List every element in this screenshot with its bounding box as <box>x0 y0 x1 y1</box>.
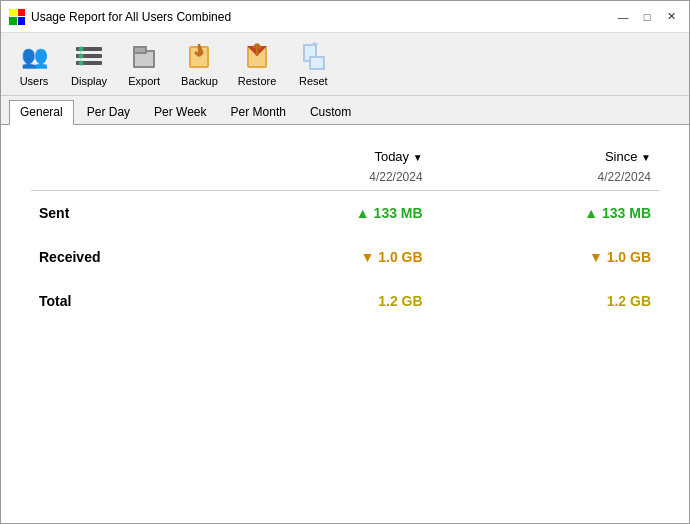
toolbar-export[interactable]: Export <box>119 37 169 91</box>
total-since-amount: 1.2 GB <box>607 293 651 309</box>
received-since-value: ▼ 1.0 GB <box>431 235 659 279</box>
sent-since-value: ▲ 133 MB <box>431 191 659 236</box>
svg-rect-9 <box>135 48 145 52</box>
toolbar-reset[interactable]: Reset <box>288 37 338 91</box>
sent-today-arrow-up: ▲ 133 MB <box>356 205 423 221</box>
toolbar-display-label: Display <box>71 75 107 87</box>
sent-since-arrow-up: ▲ 133 MB <box>584 205 651 221</box>
content-area: Today ▼ Since ▼ 4/22/2024 4/22/2024 <box>1 125 689 523</box>
title-bar: Usage Report for All Users Combined — □ … <box>1 1 689 33</box>
empty-header <box>31 145 202 168</box>
users-icon: 👥 <box>18 41 50 73</box>
received-today-value: ▼ 1.0 GB <box>202 235 430 279</box>
close-button[interactable]: ✕ <box>661 7 681 27</box>
restore-icon <box>241 41 273 73</box>
received-label: Received <box>31 235 202 279</box>
table-row: Received ▼ 1.0 GB ▼ 1.0 GB <box>31 235 659 279</box>
reset-icon <box>297 41 329 73</box>
toolbar: 👥 Users Display <box>1 33 689 96</box>
backup-icon <box>183 41 215 73</box>
export-icon <box>128 41 160 73</box>
tab-general[interactable]: General <box>9 100 74 125</box>
svg-rect-26 <box>311 58 323 68</box>
sent-label: Sent <box>31 191 202 236</box>
total-label: Total <box>31 279 202 323</box>
svg-point-5 <box>79 61 84 66</box>
window-controls: — □ ✕ <box>613 7 681 27</box>
empty-date <box>31 168 202 190</box>
sent-today-value: ▲ 133 MB <box>202 191 430 236</box>
total-today-value: 1.2 GB <box>202 279 430 323</box>
svg-point-3 <box>79 47 84 52</box>
toolbar-restore-label: Restore <box>238 75 277 87</box>
usage-table: Today ▼ Since ▼ 4/22/2024 4/22/2024 <box>31 145 659 323</box>
today-date: 4/22/2024 <box>202 168 430 190</box>
display-icon <box>73 41 105 73</box>
table-row: Sent ▲ 133 MB ▲ 133 MB <box>31 191 659 236</box>
toolbar-users[interactable]: 👥 Users <box>9 37 59 91</box>
svg-point-4 <box>79 54 84 59</box>
svg-rect-7 <box>135 52 153 66</box>
tab-per-week[interactable]: Per Week <box>143 100 217 124</box>
maximize-button[interactable]: □ <box>637 7 657 27</box>
since-date: 4/22/2024 <box>431 168 659 190</box>
toolbar-restore[interactable]: Restore <box>230 37 285 91</box>
toolbar-users-label: Users <box>20 75 49 87</box>
since-header: Since ▼ <box>431 145 659 168</box>
received-today-arrow-down: ▼ 1.0 GB <box>361 249 423 265</box>
window-title: Usage Report for All Users Combined <box>31 10 613 24</box>
tab-bar: General Per Day Per Week Per Month Custo… <box>1 96 689 125</box>
toolbar-export-label: Export <box>128 75 160 87</box>
tab-per-day[interactable]: Per Day <box>76 100 141 124</box>
tab-per-month[interactable]: Per Month <box>220 100 297 124</box>
today-header: Today ▼ <box>202 145 430 168</box>
app-icon <box>9 9 25 25</box>
minimize-button[interactable]: — <box>613 7 633 27</box>
toolbar-display[interactable]: Display <box>63 37 115 91</box>
total-today-amount: 1.2 GB <box>378 293 422 309</box>
tab-custom[interactable]: Custom <box>299 100 362 124</box>
received-since-arrow-down: ▼ 1.0 GB <box>589 249 651 265</box>
toolbar-backup-label: Backup <box>181 75 218 87</box>
main-window: Usage Report for All Users Combined — □ … <box>0 0 690 524</box>
toolbar-backup[interactable]: Backup <box>173 37 226 91</box>
toolbar-reset-label: Reset <box>299 75 328 87</box>
table-row: Total 1.2 GB 1.2 GB <box>31 279 659 323</box>
total-since-value: 1.2 GB <box>431 279 659 323</box>
